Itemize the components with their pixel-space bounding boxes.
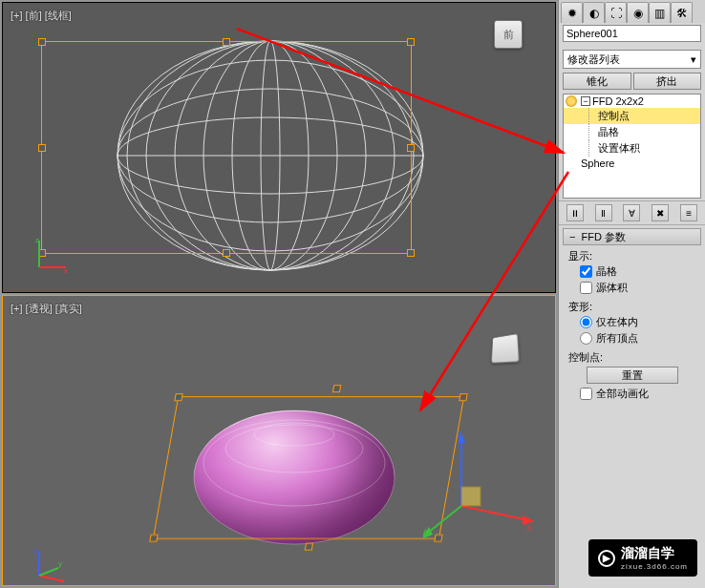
viewport-front-wireframe[interactable]: [+] [前] [线框]	[2, 2, 556, 293]
tab-hierarchy[interactable]: ⛶	[605, 2, 627, 23]
tab-modify[interactable]: ◐	[583, 2, 605, 23]
opt-lattice[interactable]: 晶格	[568, 263, 695, 280]
svg-rect-31	[461, 487, 481, 506]
watermark-url: zixue.3d66.com	[621, 562, 688, 571]
opt-source-volume[interactable]: 源体积	[568, 280, 695, 296]
object-name-input[interactable]	[563, 25, 701, 42]
remove-modifier-button[interactable]: ✖	[652, 204, 669, 221]
modifier-list-dropdown[interactable]: 修改器列表 ▾	[563, 50, 701, 69]
viewcube-front[interactable]: 前	[494, 20, 532, 58]
configure-sets-button[interactable]: ≡	[680, 204, 697, 221]
command-panel-tabs: ✹ ◐ ⛶ ◉ ▥ 🛠	[559, 0, 705, 23]
svg-text:y: y	[423, 526, 426, 536]
tab-create[interactable]: ✹	[561, 2, 583, 23]
chevron-down-icon: ▾	[691, 53, 696, 66]
svg-text:x: x	[526, 522, 531, 533]
show-end-result-button[interactable]: Ⅱ	[595, 204, 612, 221]
stack-toolbar: ⏸ Ⅱ ∀ ✖ ≡	[559, 200, 705, 225]
lightbulb-icon[interactable]	[566, 95, 577, 107]
ffd-lattice-front[interactable]	[41, 41, 412, 254]
rollout-ffd-params[interactable]: −FFD 参数	[563, 228, 701, 245]
modifier-taper-button[interactable]: 锥化	[563, 73, 631, 90]
stack-item-label: FFD 2x2x2	[592, 95, 644, 107]
make-unique-button[interactable]: ∀	[623, 204, 640, 221]
opt-all-vertices[interactable]: 所有顶点	[568, 330, 695, 346]
move-gizmo[interactable]: z x y	[423, 430, 538, 544]
group-display-label: 显示:	[568, 249, 695, 263]
viewport-perspective-realistic[interactable]: [+] [透视] [真实]	[2, 295, 556, 586]
ffd-lattice-perspective[interactable]	[153, 396, 464, 539]
tab-display[interactable]: ▥	[649, 2, 671, 23]
opt-all-animate[interactable]: 全部动画化	[568, 386, 695, 402]
reset-button[interactable]: 重置	[587, 367, 678, 384]
viewport-area: [+] [前] [线框]	[0, 0, 558, 588]
collapse-toggle-icon[interactable]: −	[581, 96, 590, 106]
watermark: ▶ 溜溜自学 zixue.3d66.com	[588, 539, 697, 577]
svg-text:z: z	[458, 430, 462, 439]
stack-item-sphere[interactable]: Sphere	[564, 157, 700, 170]
play-icon: ▶	[598, 550, 615, 567]
object-name-field	[563, 25, 701, 46]
tab-motion[interactable]: ◉	[627, 2, 649, 23]
stack-sub-control-points[interactable]: 控制点	[564, 108, 700, 124]
group-deform-label: 变形:	[568, 300, 695, 314]
stack-sub-set-volume[interactable]: 设置体积	[564, 140, 700, 157]
stack-sub-lattice[interactable]: 晶格	[564, 124, 700, 140]
viewport-label-front[interactable]: [+] [前] [线框]	[11, 9, 72, 23]
modifier-stack[interactable]: − FFD 2x2x2 控制点 晶格 设置体积 Sphere	[563, 94, 701, 199]
opt-only-inside[interactable]: 仅在体内	[568, 314, 695, 330]
group-controlpoints-label: 控制点:	[568, 350, 695, 365]
stack-item-ffd[interactable]: − FFD 2x2x2	[564, 94, 700, 108]
tab-utilities[interactable]: 🛠	[671, 2, 693, 23]
viewcube-perspective[interactable]	[490, 334, 528, 372]
command-panel: ✹ ◐ ⛶ ◉ ▥ 🛠 修改器列表 ▾ 锥化 挤出 − FFD 2x2x2 控制…	[558, 0, 705, 588]
pin-stack-button[interactable]: ⏸	[566, 204, 584, 221]
viewport-label-perspective[interactable]: [+] [透视] [真实]	[11, 302, 82, 316]
stack-item-label: Sphere	[581, 158, 614, 169]
watermark-text: 溜溜自学	[621, 545, 674, 560]
svg-line-27	[461, 506, 528, 520]
rollout-ffd-body: 显示: 晶格 源体积 变形: 仅在体内 所有顶点 控制点: 重置 全部动画化	[563, 245, 701, 410]
modifier-list-label: 修改器列表	[567, 52, 620, 67]
modifier-extrude-button[interactable]: 挤出	[633, 73, 702, 90]
